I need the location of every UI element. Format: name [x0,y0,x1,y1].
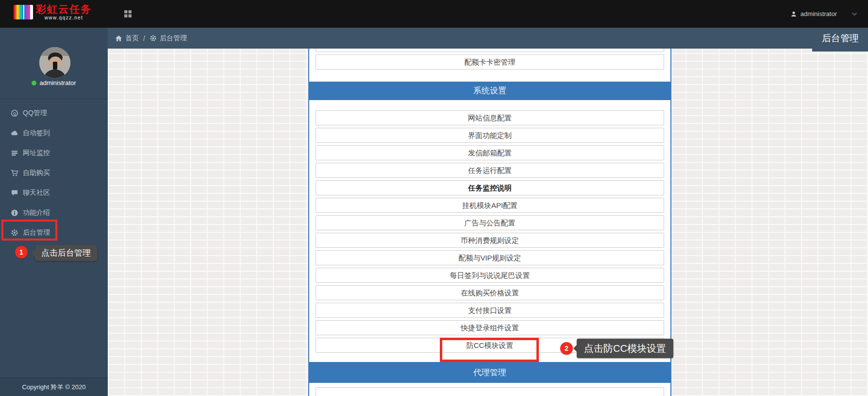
sidebar-item-label: 自动签到 [23,129,50,138]
sidebar-item-2[interactable]: 自动签到 [0,123,108,143]
sidebar-item-5[interactable]: 聊天社区 [0,183,108,203]
logo-subtitle: www.qqzz.net [45,16,83,20]
panel-button-row[interactable]: 发信邮箱配置 [316,145,664,160]
panel-button-row[interactable] [316,387,664,396]
user-name: administrator [801,10,837,17]
panel-button-row[interactable]: 币种消费规则设定 [316,233,664,248]
chevron-down-icon [851,12,857,16]
copyright: Copyright 羚羊 © 2020 [0,378,108,396]
sidebar-item-6[interactable]: 功能介绍 [0,203,108,223]
panel-button-row[interactable]: 网站信息配置 [316,110,664,125]
main-content: 试用卡卡密管理配额卡卡密管理系统设置网站信息配置界面功能定制发信邮箱配置任务运行… [108,49,868,396]
annotation-tooltip-1: 点击后台管理 [35,245,97,261]
panel-button-row[interactable]: 配额卡卡密管理 [316,54,664,69]
user-icon [790,11,797,17]
sidebar-item-label: 功能介绍 [23,208,50,217]
annotation-step-1: 1 [15,246,28,258]
list-icon [11,149,18,157]
panel-button-row[interactable]: 每日签到与说说尾巴设置 [316,268,664,283]
chat-icon [11,189,18,197]
sidebar-item-label: 聊天社区 [23,189,50,197]
panel-button-row[interactable]: 快捷登录组件设置 [316,320,664,335]
topbar: 彩虹云任务 www.qqzz.net administrator [0,0,868,28]
breadcrumb-separator: / [143,34,145,42]
info-icon [11,209,18,217]
page-title-tab: 后台管理 [812,28,868,52]
sidebar: administrator QQQ管理自动签到网址监控自助购买聊天社区功能介绍后… [0,28,108,396]
breadcrumb-current[interactable]: 后台管理 [160,34,187,43]
sidebar-item-label: 网址监控 [23,149,50,157]
sidebar-item-label: 后台管理 [23,228,50,237]
sidebar-item-label: 自助购买 [23,169,50,177]
barcode-logo-icon [14,5,33,19]
panel-button-row[interactable]: 任务运行配置 [316,163,664,178]
sidebar-menu: QQQ管理自动签到网址监控自助购买聊天社区功能介绍后台管理 [0,103,108,242]
breadcrumb: 首页 / 后台管理 [115,28,187,49]
user-status: administrator [0,79,108,86]
svg-text:Q: Q [13,111,16,116]
annotation-tooltip-2: 点击防CC模块设置 [577,339,673,358]
sidebar-username: administrator [39,79,76,86]
gear-icon [150,34,157,42]
avatar[interactable] [39,47,70,78]
panel-button-row[interactable]: 任务监控说明 [316,180,664,195]
home-icon [115,35,122,42]
app-window: 彩虹云任务 www.qqzz.net administrator 后台管理 [0,0,868,396]
gear-icon [11,229,18,237]
section-header: 代理管理 [309,362,670,383]
panel-button-row[interactable]: 界面功能定制 [316,128,664,143]
sidebar-item-4[interactable]: 自助购买 [0,163,108,183]
panel-button-row[interactable]: 支付接口设置 [316,303,664,318]
section-header: 系统设置 [309,82,670,100]
logo[interactable]: 彩虹云任务 www.qqzz.net [14,4,92,20]
sidebar-item-7[interactable]: 后台管理 [0,223,108,242]
qq-icon: Q [11,109,18,117]
sidebar-item-label: QQ管理 [23,109,47,118]
logo-title: 彩虹云任务 [36,4,92,14]
panel-button-row[interactable]: 配额与VIP规则设定 [316,250,664,265]
online-dot-icon [32,81,36,86]
cart-icon [11,169,18,177]
grid-icon[interactable] [124,10,132,18]
breadcrumb-home[interactable]: 首页 [125,34,139,43]
sidebar-item-3[interactable]: 网址监控 [0,143,108,163]
page-title: 后台管理 [822,33,859,43]
panel-button-row[interactable]: 广告与公告配置 [316,215,664,230]
panel-button-row[interactable]: 在线购买价格设置 [316,285,664,300]
panel-button-row[interactable]: 挂机模块API配置 [316,198,664,213]
user-menu[interactable]: administrator [790,0,857,28]
cloud-icon [11,129,18,137]
annotation-step-2: 2 [560,342,573,355]
panel-button-row[interactable]: 试用卡卡密管理 [316,49,664,52]
sidebar-item-1[interactable]: QQQ管理 [0,103,108,123]
breadcrumb-bar: 后台管理 首页 / 后台管理 [108,28,868,49]
sidebar-divider [0,99,108,99]
